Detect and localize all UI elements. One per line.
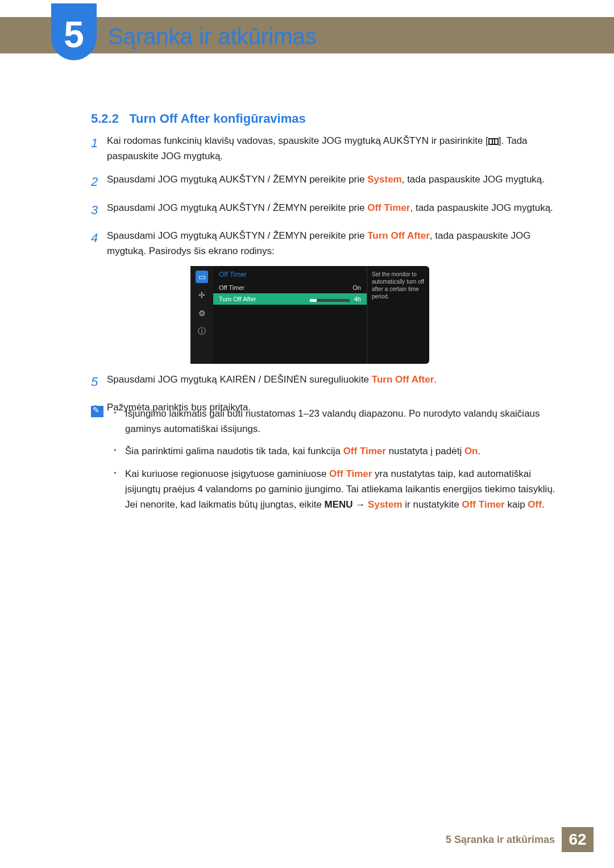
highlight: On [464,446,478,456]
note-body: Išjungimo laikmatis gali būti nustatomas… [114,406,557,519]
highlight: System [368,499,402,510]
gear-icon: ⚙ [196,307,208,319]
text: Šia parinktimi galima naudotis tik tada,… [125,446,343,456]
osd-slider [310,299,350,302]
step-number: 4 [91,228,107,259]
text: , tada paspauskite JOG mygtuką. [402,174,545,185]
bold: MENU [325,499,353,510]
section-title: Turn Off After konfigūravimas [129,111,305,126]
note-icon [91,406,103,417]
text: ir nustatykite [403,499,462,510]
text: Kai kuriuose regionuose įsigytuose gamin… [125,468,329,479]
step-2: 2 Spausdami JOG mygtuką AUKŠTYN / ŽEMYN … [91,172,557,192]
text: Kai rodomas funkcinių klavišų vadovas, s… [107,135,488,146]
step-body: Spausdami JOG mygtuką AUKŠTYN / ŽEMYN pe… [107,228,557,259]
osd-row-off-timer: Off Timer On [213,282,367,293]
footer-page-number: 62 [562,827,594,852]
step-number: 1 [91,133,107,164]
step-body: Spausdami JOG mygtuką KAIRĖN / DEŠINĖN s… [107,372,557,392]
arrow-icon: → [353,499,368,510]
step-5: 5 Spausdami JOG mygtuką KAIRĖN / DEŠINĖN… [91,372,557,392]
highlight: System [367,174,401,185]
text: kaip [505,499,528,510]
osd-main: Off Timer Off Timer On Turn Off After 4h [213,266,367,364]
highlight: Turn Off After [372,374,434,385]
osd-row-label: Turn Off After [219,296,256,302]
osd-panel: ▭ ✢ ⚙ ⓘ Off Timer Off Timer On Turn Off … [190,266,429,364]
step-number: 2 [91,172,107,192]
step-number: 5 [91,372,107,392]
osd-row-label: Off Timer [219,284,244,291]
monitor-icon: ▭ [196,271,208,283]
note-item: Išjungimo laikmatis gali būti nustatomas… [114,406,557,437]
osd-row-value: 4h [354,296,361,302]
notes-block: Išjungimo laikmatis gali būti nustatomas… [91,406,557,519]
text: . [542,499,545,510]
highlight: Off [528,499,542,510]
osd-row-turn-off-after: Turn Off After 4h [213,293,367,305]
highlight: Off Timer [329,468,372,479]
text: nustatyta į padėtį [386,446,464,456]
note-item: Šia parinktimi galima naudotis tik tada,… [114,443,557,459]
highlight: Turn Off After [367,230,430,241]
osd-row-value: On [352,284,361,291]
text: Spausdami JOG mygtuką AUKŠTYN / ŽEMYN pe… [107,174,367,185]
info-icon: ⓘ [196,325,208,338]
step-list: 1 Kai rodomas funkcinių klavišų vadovas,… [91,133,557,267]
osd-sidebar: ▭ ✢ ⚙ ⓘ [190,266,213,364]
footer: 5 Sąranka ir atkūrimas 62 [446,827,594,852]
crosshair-icon: ✢ [196,289,208,301]
step-number: 3 [91,200,107,220]
step-3: 3 Spausdami JOG mygtuką AUKŠTYN / ŽEMYN … [91,200,557,220]
step-4: 4 Spausdami JOG mygtuką AUKŠTYN / ŽEMYN … [91,228,557,259]
section-heading: 5.2.2 Turn Off After konfigūravimas [91,111,306,126]
text: Spausdami JOG mygtuką AUKŠTYN / ŽEMYN pe… [107,202,367,213]
highlight: Off Timer [462,499,504,510]
text: , tada paspauskite JOG mygtuką. [410,202,553,213]
chapter-header: 5 Sąranka ir atkūrimas [51,3,317,60]
chapter-title: Sąranka ir atkūrimas [108,24,317,49]
step-body: Spausdami JOG mygtuką AUKŠTYN / ŽEMYN pe… [107,172,557,192]
osd-title: Off Timer [213,271,367,282]
highlight: Off Timer [367,202,410,213]
text: . [434,374,437,385]
text: Spausdami JOG mygtuką AUKŠTYN / ŽEMYN pe… [107,230,367,241]
section-number: 5.2.2 [91,111,119,126]
text: . [478,446,481,456]
step-1: 1 Kai rodomas funkcinių klavišų vadovas,… [91,133,557,164]
step-body: Kai rodomas funkcinių klavišų vadovas, s… [107,133,557,164]
footer-label: 5 Sąranka ir atkūrimas [446,834,555,846]
text: Spausdami JOG mygtuką KAIRĖN / DEŠINĖN s… [107,374,372,385]
osd-description: Set the monitor to automatically turn of… [367,266,429,364]
step-body: Spausdami JOG mygtuką AUKŠTYN / ŽEMYN pe… [107,200,557,220]
note-item: Kai kuriuose regionuose įsigytuose gamin… [114,466,557,513]
menu-icon [488,138,499,145]
chapter-number-badge: 5 [51,3,97,60]
highlight: Off Timer [343,446,386,456]
